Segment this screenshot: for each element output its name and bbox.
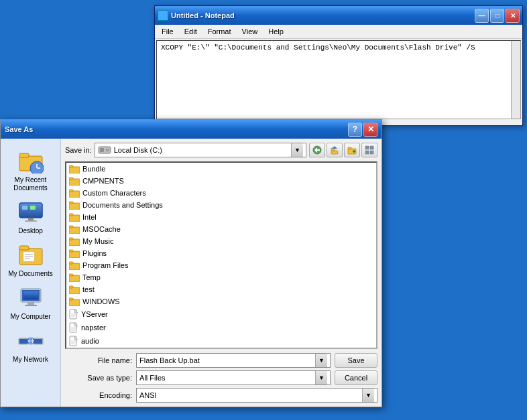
sidebar-item-mycomp[interactable]: My Computer <box>3 282 58 324</box>
filename-input[interactable]: Flash Back Up.bat ▼ <box>136 353 331 368</box>
filetype-select[interactable]: All Files ▼ <box>136 370 331 385</box>
svg-rect-21 <box>23 291 38 299</box>
file-name: audio <box>81 337 99 345</box>
svg-rect-31 <box>100 148 104 152</box>
svg-rect-68 <box>69 287 80 294</box>
encoding-select[interactable]: ANSI ▼ <box>136 388 377 403</box>
sidebar-item-network[interactable]: My Network <box>3 325 58 366</box>
file-item[interactable]: YServer <box>66 307 376 321</box>
back-button[interactable] <box>309 143 325 157</box>
filename-dropdown-arrow[interactable]: ▼ <box>315 354 327 367</box>
svg-marker-38 <box>332 146 337 149</box>
save-button[interactable]: Save <box>335 353 377 368</box>
sidebar-desktop-label: Desktop <box>18 227 43 235</box>
savein-dropdown-arrow[interactable]: ▼ <box>291 143 303 157</box>
sidebar-mycomp-label: My Computer <box>10 313 50 321</box>
notepad-content-area[interactable]: XCOPY "E:\" "C:\Documents and Settings\N… <box>156 40 521 119</box>
file-item[interactable]: Documents and Settings <box>66 199 376 211</box>
svg-rect-46 <box>370 151 373 154</box>
sidebar-item-recent[interactable]: My RecentDocuments <box>3 145 58 195</box>
desktop-icon <box>17 199 44 226</box>
saveas-sidebar: My RecentDocuments <box>1 139 61 407</box>
encoding-dropdown-arrow[interactable]: ▼ <box>362 389 374 402</box>
file-item[interactable]: Bundle <box>66 163 376 175</box>
notepad-menu-help[interactable]: Help <box>264 26 288 37</box>
cancel-button[interactable]: Cancel <box>335 370 377 385</box>
file-item[interactable]: MSOCache <box>66 223 376 235</box>
svg-rect-43 <box>365 146 369 149</box>
notepad-scrollbar[interactable] <box>511 41 520 119</box>
notepad-menu-file[interactable]: File <box>158 26 178 37</box>
saveas-help-button[interactable]: ? <box>348 123 362 137</box>
file-name: Temp <box>82 273 101 281</box>
sidebar-recent-label: My RecentDocuments <box>13 176 48 192</box>
file-item[interactable]: audio <box>66 334 376 348</box>
folder-icon <box>69 273 80 282</box>
folder-icon <box>69 164 80 173</box>
saveas-title: Save As <box>5 125 348 133</box>
sidebar-item-desktop[interactable]: Desktop <box>3 196 58 238</box>
svg-point-33 <box>107 149 108 151</box>
file-item[interactable]: test <box>66 283 376 295</box>
svg-rect-51 <box>69 178 73 180</box>
svg-rect-50 <box>69 179 80 186</box>
folder-icon <box>69 200 80 210</box>
svg-rect-25 <box>34 339 42 344</box>
file-name: test <box>82 285 95 293</box>
folder-icon <box>69 224 80 234</box>
view-button[interactable] <box>361 143 377 157</box>
file-item[interactable]: napster <box>66 321 376 334</box>
file-item[interactable]: Plugins <box>66 247 376 259</box>
notepad-maximize-button[interactable]: □ <box>490 9 504 23</box>
svg-rect-9 <box>22 206 27 210</box>
svg-rect-49 <box>69 165 73 167</box>
file-name: My Music <box>82 237 113 245</box>
encoding-label: Encoding: <box>65 391 132 399</box>
my-network-icon <box>17 328 44 354</box>
file-item[interactable]: CMPNENTS <box>66 175 376 187</box>
svg-rect-7 <box>28 218 34 220</box>
notepad-menu-format[interactable]: Format <box>204 26 235 37</box>
svg-rect-59 <box>69 226 73 228</box>
svg-rect-1 <box>19 153 29 157</box>
notepad-close-button[interactable]: ✕ <box>506 9 520 23</box>
notepad-text: XCOPY "E:\" "C:\Documents and Settings\N… <box>161 44 475 52</box>
savein-select[interactable]: Local Disk (C:) ▼ <box>95 143 306 157</box>
notepad-minimize-button[interactable]: — <box>475 9 489 23</box>
file-list[interactable]: Bundle CMPNENTS Custom Characters Docume… <box>65 161 377 349</box>
filetype-label: Save as type: <box>65 374 132 382</box>
svg-rect-48 <box>69 167 80 173</box>
file-item[interactable]: Program Files <box>66 259 376 271</box>
folder-icon <box>69 249 80 258</box>
svg-rect-57 <box>69 214 73 216</box>
notepad-menu-view[interactable]: View <box>238 26 262 37</box>
file-name: YServer <box>81 310 108 318</box>
file-item[interactable]: Custom Characters <box>66 187 376 199</box>
file-name: CMPNENTS <box>82 177 124 185</box>
savein-select-inner: Local Disk (C:) <box>98 145 291 155</box>
saveas-dialog: Save As ? ✕ My R <box>0 119 382 407</box>
filetype-dropdown-arrow[interactable]: ▼ <box>315 371 327 384</box>
svg-rect-12 <box>19 246 29 250</box>
svg-rect-63 <box>69 250 73 252</box>
svg-rect-54 <box>69 203 80 210</box>
svg-rect-62 <box>69 251 80 258</box>
svg-rect-71 <box>69 298 73 300</box>
notepad-menu-edit[interactable]: Edit <box>180 26 201 37</box>
my-documents-icon <box>17 242 44 269</box>
file-item[interactable]: Intel <box>66 211 376 223</box>
file-icon <box>69 336 78 346</box>
file-item[interactable]: Temp <box>66 271 376 283</box>
file-item[interactable]: My Music <box>66 235 376 247</box>
filename-label: File name: <box>65 356 132 364</box>
sidebar-item-mydocs[interactable]: My Documents <box>3 239 58 281</box>
local-disk-icon <box>98 145 111 155</box>
notepad-titlebar-buttons: — □ ✕ <box>475 9 520 23</box>
notepad-menubar: File Edit Format View Help <box>155 25 522 39</box>
svg-rect-40 <box>348 147 351 149</box>
svg-rect-8 <box>25 220 37 222</box>
up-button[interactable] <box>327 143 343 157</box>
saveas-close-button[interactable]: ✕ <box>363 123 377 137</box>
new-folder-button[interactable] <box>344 143 360 157</box>
file-item[interactable]: WINDOWS <box>66 295 376 307</box>
